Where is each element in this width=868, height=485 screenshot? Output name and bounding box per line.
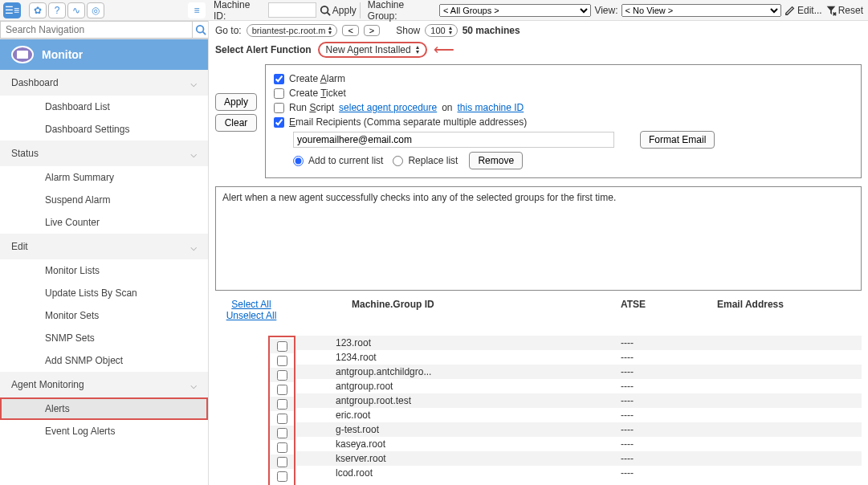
nav-header-monitor[interactable]: Monitor	[0, 39, 208, 70]
replace-list-radio[interactable]	[393, 156, 403, 166]
row-checkbox[interactable]	[277, 399, 287, 410]
row-checkbox[interactable]	[277, 471, 287, 482]
nav-item-event-log-alerts[interactable]: Event Log Alerts	[0, 420, 208, 442]
cell-machine-group: lcod.root	[336, 467, 621, 479]
row-checkbox[interactable]	[277, 385, 287, 395]
help-icon[interactable]: ?	[48, 2, 66, 18]
select-alert-label: Select Alert Function	[215, 44, 312, 55]
topbar-right: Machine ID: Apply Machine Group: < All G…	[209, 0, 868, 22]
section-dashboard[interactable]: Dashboard⌵	[0, 70, 208, 96]
clear-button[interactable]: Clear	[215, 114, 257, 132]
cell-atse: ----	[621, 352, 717, 363]
chevron-down-icon: ⌵	[190, 240, 197, 253]
nav-item-monitor-lists[interactable]: Monitor Lists	[0, 259, 208, 282]
section-agent-monitoring[interactable]: Agent Monitoring⌵	[0, 372, 208, 397]
next-button[interactable]: >	[364, 25, 380, 36]
nav-row: Go to: briantest-pc.root.m▴▾ < > Show 10…	[209, 21, 868, 40]
nav-item-alerts[interactable]: Alerts	[0, 397, 208, 420]
table-row: g-test.root----	[295, 422, 862, 437]
remove-button[interactable]: Remove	[469, 152, 523, 169]
row-checkbox[interactable]	[277, 442, 287, 453]
show-select[interactable]: 100▴▾	[425, 24, 457, 37]
cell-atse: ----	[621, 366, 717, 377]
select-all-link[interactable]: Select All	[231, 299, 271, 310]
nav-item-add-snmp-object[interactable]: Add SNMP Object	[0, 349, 208, 372]
nav-item-dashboard-list[interactable]: Dashboard List	[0, 96, 208, 118]
unselect-all-link[interactable]: Unselect All	[226, 310, 277, 321]
create-ticket-checkbox[interactable]	[274, 88, 284, 99]
apply-top-button[interactable]: Apply	[320, 5, 357, 16]
row-checkbox[interactable]	[277, 457, 287, 467]
alert-function-select[interactable]: New Agent Installed▴▾	[318, 42, 427, 58]
machine-group-select[interactable]: < All Groups >	[439, 4, 591, 17]
notes-icon[interactable]: ◎	[87, 2, 104, 18]
nav-item-suspend-alarm[interactable]: Suspend Alarm	[0, 189, 208, 211]
row-checkbox[interactable]	[277, 428, 287, 438]
search-icon	[320, 5, 331, 16]
section-edit[interactable]: Edit⌵	[0, 234, 208, 259]
search-button[interactable]	[193, 21, 209, 39]
svg-line-5	[202, 32, 206, 35]
nav-item-update-lists[interactable]: Update Lists By Scan	[0, 282, 208, 304]
row-checkbox[interactable]	[277, 414, 287, 424]
topbar-left: ☰≡ ✿ ? ∿ ◎ ≡	[0, 2, 209, 18]
machine-group-label: Machine Group:	[368, 0, 436, 22]
cell-atse: ----	[621, 453, 717, 464]
table-row: eric.root----	[295, 408, 862, 422]
section-status[interactable]: Status⌵	[0, 141, 208, 166]
select-agent-procedure-link[interactable]: select agent procedure	[339, 102, 437, 113]
view-select[interactable]: < No View >	[621, 4, 781, 17]
run-script-checkbox[interactable]	[274, 103, 284, 113]
row-checkbox[interactable]	[277, 370, 287, 381]
cell-machine-group: eric.root	[336, 410, 621, 421]
main: Monitor Dashboard⌵ Dashboard List Dashbo…	[0, 21, 868, 485]
replace-list-label: Replace list	[408, 155, 458, 166]
cell-machine-group: 123.root	[336, 337, 621, 348]
add-to-current-radio[interactable]	[293, 156, 304, 166]
nav-item-live-counter[interactable]: Live Counter	[0, 211, 208, 234]
reset-link[interactable]: Reset	[825, 5, 863, 16]
create-alarm-label: Create Alarm	[289, 73, 345, 84]
content: Go to: briantest-pc.root.m▴▾ < > Show 10…	[209, 21, 868, 485]
edit-link[interactable]: Edit...	[784, 5, 822, 16]
run-script-label: Run Script	[289, 102, 334, 113]
cell-atse: ----	[621, 467, 717, 479]
cell-machine-group: antgroup.antchildgro...	[336, 366, 621, 377]
menu-icon[interactable]: ≡	[188, 2, 206, 18]
nav-item-alarm-summary[interactable]: Alarm Summary	[0, 166, 208, 189]
row-checkbox[interactable]	[277, 356, 287, 366]
nav-toggle-icon[interactable]: ☰≡	[3, 2, 21, 18]
email-input[interactable]	[293, 132, 614, 148]
search-input[interactable]	[0, 21, 193, 39]
bookmark-icon[interactable]: ✿	[29, 2, 47, 18]
email-recipients-label: Email Recipients (Comma separate multipl…	[289, 116, 527, 128]
machine-id-label: Machine ID:	[214, 0, 265, 22]
goto-select[interactable]: briantest-pc.root.m▴▾	[247, 24, 338, 37]
machine-count: 50 machines	[463, 25, 520, 36]
row-checkbox[interactable]	[277, 341, 287, 352]
funnel-reset-icon	[825, 5, 837, 16]
search-row	[0, 21, 209, 39]
cell-machine-group: kaseya.root	[336, 438, 621, 450]
topbar: ☰≡ ✿ ? ∿ ◎ ≡ Machine ID: Apply Machine G…	[0, 0, 868, 21]
create-alarm-checkbox[interactable]	[274, 74, 284, 84]
prev-button[interactable]: <	[342, 25, 358, 36]
machine-id-input[interactable]	[268, 2, 316, 18]
on-text: on	[442, 102, 452, 113]
cell-machine-group: g-test.root	[336, 424, 621, 435]
nav-item-monitor-sets[interactable]: Monitor Sets	[0, 304, 208, 327]
table-row: 1234.root----	[295, 350, 862, 365]
updown-icon: ▴▾	[328, 26, 332, 35]
this-machine-id-link[interactable]: this machine ID	[458, 102, 524, 113]
chevron-down-icon: ⌵	[190, 147, 197, 160]
email-recipients-checkbox[interactable]	[274, 117, 284, 128]
alert-function-row: Select Alert Function New Agent Installe…	[209, 40, 868, 59]
format-email-button[interactable]: Format Email	[640, 131, 715, 149]
apply-button[interactable]: Apply	[215, 93, 257, 111]
nav-item-snmp-sets[interactable]: SNMP Sets	[0, 327, 208, 349]
activity-icon[interactable]: ∿	[67, 2, 85, 18]
header-atse: ATSE	[621, 299, 717, 321]
nav-item-dashboard-settings[interactable]: Dashboard Settings	[0, 118, 208, 141]
cell-atse: ----	[621, 337, 717, 348]
cell-machine-group: kserver.root	[336, 453, 621, 464]
